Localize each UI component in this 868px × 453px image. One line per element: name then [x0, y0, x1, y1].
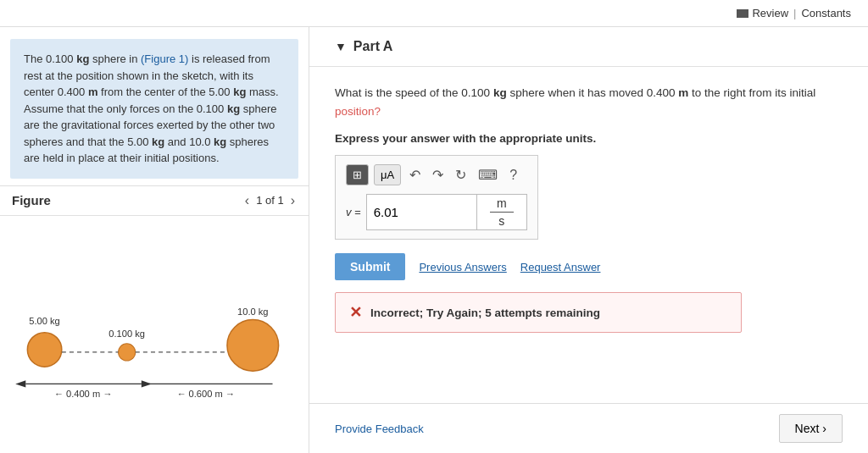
part-header: ▼ Part A [309, 27, 868, 67]
next-label: Next [795, 422, 820, 435]
right-panel: ▼ Part A What is the speed of the 0.100 … [309, 27, 868, 453]
figure-label-text: Figure [12, 193, 51, 207]
feedback-text: Incorrect; Try Again; 5 attempts remaini… [370, 307, 600, 319]
figure-svg: 5.00 kg 0.100 kg 10.0 kg ← 0.400 m → ← 0… [0, 216, 309, 454]
part-content: What is the speed of the 0.100 kg sphere… [309, 67, 868, 403]
next-button[interactable]: Next › [779, 414, 843, 443]
answer-input[interactable] [366, 194, 476, 230]
separator: | [793, 7, 796, 19]
problem-text: The 0.100 kg sphere in (Figure 1) is rel… [10, 39, 298, 179]
undo-button[interactable]: ↶ [406, 165, 424, 185]
svg-text:0.100 kg: 0.100 kg [108, 328, 145, 338]
svg-text:5.00 kg: 5.00 kg [29, 315, 59, 325]
unit-box: m s [476, 194, 527, 230]
review-link[interactable]: Review [752, 7, 788, 19]
svg-text:← 0.600 m →: ← 0.600 m → [176, 388, 235, 398]
toolbar: ⊞ μA ↶ ↷ ↻ ⌨ [346, 164, 527, 185]
action-row: Submit Previous Answers Request Answer [335, 253, 843, 280]
input-row: v = m s [346, 194, 527, 230]
svg-point-2 [227, 319, 279, 371]
figure-prev-button[interactable]: ‹ [243, 193, 251, 208]
redo-button[interactable]: ↷ [429, 165, 447, 185]
keyboard-button[interactable]: ⌨ [475, 165, 501, 185]
figure-nav: ‹ 1 of 1 › [243, 193, 297, 208]
next-arrow-icon: › [822, 422, 826, 435]
help-button[interactable]: ? [506, 166, 520, 185]
figure-next-button[interactable]: › [289, 193, 297, 208]
unit-denominator: s [498, 213, 504, 228]
grid-button[interactable]: ⊞ [346, 164, 369, 185]
keyboard-icon: ⌨ [478, 168, 498, 182]
help-icon: ? [509, 168, 517, 182]
top-bar: Review | Constants [0, 0, 868, 27]
figure-link[interactable]: (Figure 1) [141, 52, 188, 65]
left-panel: The 0.100 kg sphere in (Figure 1) is rel… [0, 27, 309, 453]
svg-text:← 0.400 m →: ← 0.400 m → [54, 388, 113, 398]
previous-answers-button[interactable]: Previous Answers [419, 261, 506, 273]
figure-page-indicator: 1 of 1 [256, 194, 284, 207]
svg-marker-9 [15, 380, 25, 387]
request-answer-button[interactable]: Request Answer [520, 261, 601, 273]
express-label: Express your answer with the appropriate… [335, 132, 843, 145]
reset-button[interactable]: ↻ [452, 165, 470, 185]
undo-icon: ↶ [409, 168, 420, 182]
grid-icon: ⊞ [353, 168, 362, 181]
main-layout: The 0.100 kg sphere in (Figure 1) is rel… [0, 27, 868, 453]
unit-numerator: m [490, 196, 514, 213]
svg-text:10.0 kg: 10.0 kg [237, 307, 268, 317]
review-icon [737, 9, 748, 18]
figure-section-header: Figure ‹ 1 of 1 › [0, 185, 309, 215]
variable-label: v = [346, 206, 361, 218]
submit-button[interactable]: Submit [335, 253, 405, 280]
svg-point-0 [27, 332, 61, 366]
incorrect-icon: ✕ [349, 303, 362, 322]
bottom-bar: Provide Feedback Next › [309, 403, 868, 453]
constants-link[interactable]: Constants [801, 7, 851, 19]
redo-icon: ↷ [432, 168, 443, 182]
question-text: What is the speed of the 0.100 kg sphere… [335, 84, 843, 120]
answer-box: ⊞ μA ↶ ↷ ↻ ⌨ [335, 155, 538, 240]
collapse-arrow-icon[interactable]: ▼ [335, 40, 347, 53]
mu-button[interactable]: μA [374, 164, 401, 185]
mu-icon: μA [381, 168, 394, 181]
figure-canvas: 5.00 kg 0.100 kg 10.0 kg ← 0.400 m → ← 0… [0, 215, 309, 454]
provide-feedback-link[interactable]: Provide Feedback [335, 423, 424, 435]
feedback-box: ✕ Incorrect; Try Again; 5 attempts remai… [335, 292, 742, 333]
svg-point-1 [119, 343, 136, 360]
reset-icon: ↻ [455, 168, 466, 182]
part-label: Part A [353, 39, 393, 54]
